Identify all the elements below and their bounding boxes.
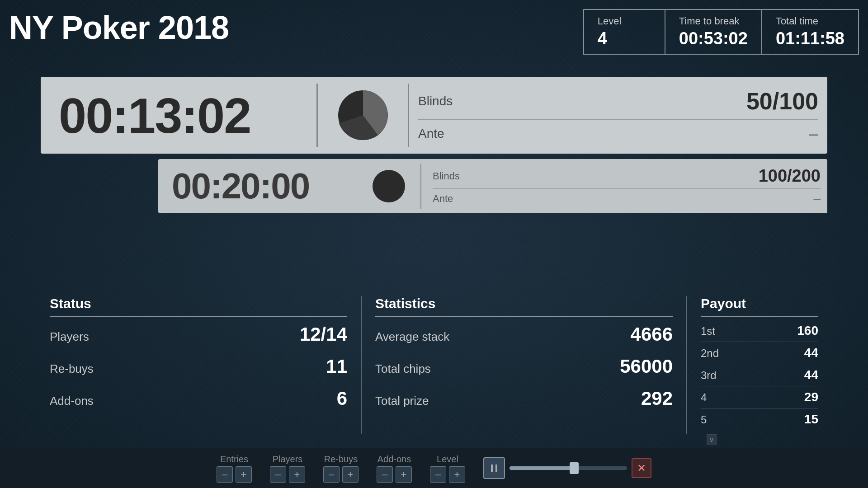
app-title: NY Poker 2018: [9, 9, 229, 44]
ante-row: Ante –: [418, 120, 818, 148]
svg-point-1: [373, 170, 405, 202]
svg-rect-2: [491, 465, 493, 472]
blinds-label: Blinds: [418, 94, 453, 108]
level-buttons: – +: [430, 466, 465, 483]
total-time-label: Total time: [776, 15, 844, 27]
total-prize-label: Total prize: [375, 394, 429, 408]
current-pie-chart: [336, 88, 390, 142]
payout-place-3: 3rd: [701, 369, 717, 382]
ante-value: –: [809, 124, 818, 143]
next-level-card: 00:20:00 Blinds 100/200 Ante –: [158, 159, 827, 213]
players-plus-button[interactable]: +: [289, 466, 305, 483]
next-timer: 00:20:00: [158, 165, 362, 207]
players-row: Players 12/14: [50, 324, 347, 350]
v-badge: v: [707, 434, 717, 445]
level-ctrl-label: Level: [437, 454, 458, 465]
svg-rect-3: [495, 465, 497, 472]
payout-amount-4: 29: [804, 390, 818, 404]
total-prize-value: 292: [641, 388, 673, 409]
progress-fill: [509, 466, 574, 470]
next-blinds-value: 100/200: [759, 166, 821, 186]
payout-place-5: 5: [701, 413, 707, 426]
next-divider: [420, 164, 421, 209]
stat-divider-2: [686, 296, 687, 434]
total-prize-row: Total prize 292: [375, 388, 673, 414]
main-section: 00:13:02 Blinds 50/100 Ante –: [41, 77, 827, 213]
control-bar: Entries – + Players – + Re-buys – + Add-…: [0, 448, 868, 488]
level-stat: Level 4: [584, 10, 665, 54]
close-button[interactable]: ✕: [632, 458, 651, 478]
payout-place-4: 4: [701, 391, 707, 404]
addons-plus-button[interactable]: +: [396, 466, 412, 483]
addons-row: Add-ons 6: [50, 388, 347, 414]
status-panel: Status Players 12/14 Re-buys 11 Add-ons …: [41, 296, 356, 419]
players-minus-button[interactable]: –: [270, 466, 286, 483]
level-minus-button[interactable]: –: [430, 466, 446, 483]
addons-ctrl-label: Add-ons: [377, 454, 411, 465]
rebuys-row: Re-buys 11: [50, 356, 347, 382]
current-blinds-info: Blinds 50/100 Ante –: [414, 83, 827, 148]
ante-label: Ante: [418, 127, 444, 141]
payout-amount-1: 160: [797, 324, 818, 338]
payout-row-5: 5 15: [701, 412, 818, 430]
progress-thumb: [570, 462, 579, 474]
divider-1: [316, 84, 318, 147]
addons-group: Add-ons – +: [368, 454, 421, 483]
total-chips-row: Total chips 56000: [375, 356, 673, 382]
payout-row-1: 1st 160: [701, 324, 818, 342]
time-to-break-label: Time to break: [679, 15, 748, 27]
total-time-value: 01:11:58: [776, 29, 844, 48]
payout-panel: Payout 1st 160 2nd 44 3rd 44 4 29 5 15: [692, 296, 827, 434]
blinds-value: 50/100: [746, 88, 818, 115]
rebuys-value: 11: [326, 356, 347, 377]
playback-controls: ✕: [474, 457, 660, 479]
addons-buttons: – +: [377, 466, 412, 483]
rebuys-plus-button[interactable]: +: [342, 466, 359, 483]
divider-2: [408, 84, 409, 147]
blinds-row: Blinds 50/100: [418, 83, 818, 120]
rebuys-label: Re-buys: [50, 362, 94, 376]
payout-amount-2: 44: [804, 346, 818, 360]
level-group: Level – +: [421, 454, 474, 483]
pie-svg: [336, 88, 390, 142]
total-chips-label: Total chips: [375, 362, 431, 376]
addons-label: Add-ons: [50, 394, 94, 408]
next-blinds-row: Blinds 100/200: [433, 164, 821, 189]
addons-minus-button[interactable]: –: [377, 466, 393, 483]
next-pie-chart: [371, 168, 407, 204]
entries-label: Entries: [220, 454, 248, 465]
entries-plus-button[interactable]: +: [236, 466, 252, 483]
payout-amount-3: 44: [804, 368, 818, 382]
rebuys-group: Re-buys – +: [314, 454, 368, 483]
level-label: Level: [598, 15, 651, 27]
payout-row-2: 2nd 44: [701, 346, 818, 364]
next-pie-svg: [371, 168, 407, 204]
entries-buttons: – +: [217, 466, 252, 483]
payout-row-3: 3rd 44: [701, 368, 818, 386]
level-plus-button[interactable]: +: [449, 466, 465, 483]
progress-slider[interactable]: [509, 466, 627, 470]
header: NY Poker 2018 Level 4 Time to break 00:5…: [9, 9, 859, 55]
current-level-card: 00:13:02 Blinds 50/100 Ante –: [41, 77, 827, 154]
avg-stack-row: Average stack 4666: [375, 324, 673, 350]
total-time-stat: Total time 01:11:58: [762, 10, 858, 54]
total-chips-value: 56000: [620, 356, 673, 377]
header-stats: Level 4 Time to break 00:53:02 Total tim…: [583, 9, 859, 55]
pause-icon: [489, 463, 500, 474]
current-timer: 00:13:02: [41, 87, 312, 144]
stats-section: Status Players 12/14 Re-buys 11 Add-ons …: [41, 296, 827, 434]
rebuys-minus-button[interactable]: –: [323, 466, 340, 483]
payout-row-4: 4 29: [701, 390, 818, 408]
players-value: 12/14: [300, 324, 347, 345]
next-blinds-info: Blinds 100/200 Ante –: [426, 164, 827, 209]
pause-button[interactable]: [483, 457, 505, 479]
entries-minus-button[interactable]: –: [217, 466, 233, 483]
statistics-title: Statistics: [375, 296, 673, 317]
payout-place-2: 2nd: [701, 347, 719, 360]
time-to-break-stat: Time to break 00:53:02: [665, 10, 762, 54]
stat-divider-1: [361, 296, 362, 434]
addons-value: 6: [337, 388, 347, 409]
players-buttons: – +: [270, 466, 305, 483]
players-group: Players – +: [261, 454, 314, 483]
payout-place-1: 1st: [701, 325, 715, 338]
